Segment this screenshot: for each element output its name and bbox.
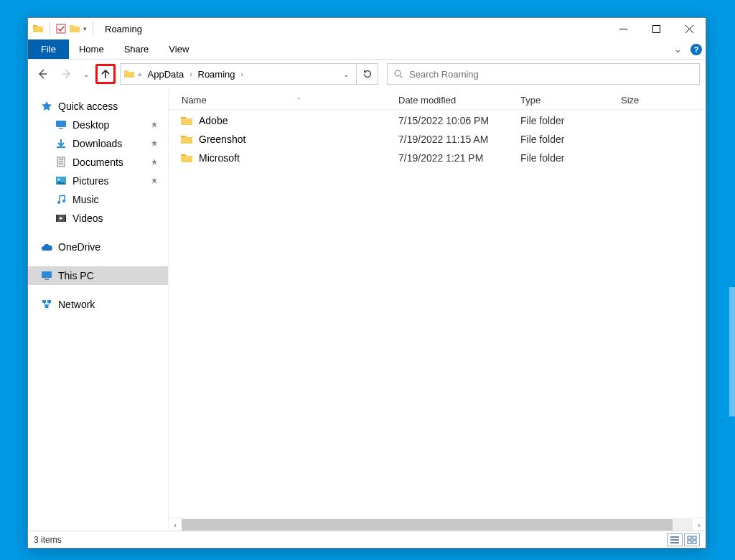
- minimize-button[interactable]: [607, 18, 640, 39]
- videos-icon: [55, 213, 67, 224]
- col-date[interactable]: Date modified: [398, 95, 520, 106]
- nav-network[interactable]: Network: [28, 295, 168, 314]
- file-type: File folder: [520, 134, 621, 145]
- svg-rect-4: [59, 128, 63, 129]
- cloud-icon: [41, 241, 52, 253]
- nav-quick-downloads[interactable]: Downloads: [28, 134, 168, 153]
- col-size[interactable]: Size: [621, 95, 706, 106]
- help-button[interactable]: ?: [687, 39, 706, 59]
- navigation-bar: ⌄ « AppData › Roaming › ⌄ Search Roaming: [28, 60, 706, 88]
- crumb-overflow-icon[interactable]: «: [136, 70, 144, 78]
- tab-view[interactable]: View: [159, 39, 199, 59]
- refresh-button[interactable]: [357, 63, 378, 85]
- tab-file[interactable]: File: [28, 39, 69, 59]
- svg-rect-13: [42, 271, 52, 278]
- file-list[interactable]: Adobe7/15/2022 10:06 PMFile folderGreens…: [169, 110, 706, 518]
- nav-quick-desktop[interactable]: Desktop: [28, 116, 168, 134]
- nav-quick-documents[interactable]: Documents: [28, 153, 168, 172]
- file-date: 7/15/2022 10:06 PM: [398, 115, 520, 126]
- svg-rect-3: [56, 121, 66, 127]
- nav-label: Desktop: [72, 119, 109, 131]
- col-type[interactable]: Type: [520, 95, 621, 106]
- breadcrumb-roaming[interactable]: Roaming: [195, 69, 238, 80]
- table-row[interactable]: Adobe7/15/2022 10:06 PMFile folder: [169, 111, 706, 130]
- ribbon-collapse-icon[interactable]: ⌄: [668, 39, 687, 59]
- music-icon: [55, 194, 67, 205]
- breadcrumb-appdata[interactable]: AppData: [145, 69, 187, 80]
- close-button[interactable]: [673, 18, 706, 39]
- window-title: Roaming: [105, 24, 142, 34]
- nav-quick-videos[interactable]: Videos: [28, 209, 168, 228]
- chevron-right-icon[interactable]: ›: [188, 70, 193, 78]
- new-folder-icon[interactable]: [69, 23, 80, 34]
- nav-onedrive[interactable]: OneDrive: [28, 238, 168, 256]
- maximize-button[interactable]: [640, 18, 673, 39]
- explorer-window: ▾ Roaming File Home Share View ⌄ ? ⌄ « A…: [27, 17, 706, 549]
- search-input[interactable]: Search Roaming: [387, 63, 700, 85]
- help-icon: ?: [690, 44, 702, 55]
- col-name[interactable]: Name˄: [169, 95, 398, 106]
- folder-icon: [180, 151, 193, 164]
- status-text: 3 items: [34, 535, 62, 545]
- nav-this-pc[interactable]: This PC: [28, 266, 168, 285]
- star-icon: [41, 101, 52, 112]
- nav-label: Videos: [72, 213, 103, 224]
- svg-point-8: [57, 201, 60, 204]
- documents-icon: [55, 157, 67, 168]
- pictures-icon: [55, 175, 67, 187]
- desktop-icon: [55, 119, 67, 131]
- svg-rect-21: [693, 541, 696, 543]
- folder-icon: [180, 114, 193, 127]
- file-type: File folder: [520, 115, 621, 126]
- horizontal-scrollbar[interactable]: ‹ ›: [169, 518, 706, 531]
- pin-icon: [151, 138, 158, 149]
- downloads-icon: [55, 138, 67, 149]
- scroll-thumb[interactable]: [182, 519, 673, 531]
- content-area: Name˄ Date modified Type Size Adobe7/15/…: [169, 88, 706, 531]
- recent-locations-icon[interactable]: ⌄: [81, 70, 91, 78]
- folder-icon: [180, 133, 193, 146]
- svg-rect-0: [57, 24, 65, 33]
- up-button[interactable]: [95, 64, 116, 84]
- nav-quick-access[interactable]: Quick access: [28, 97, 168, 116]
- nav-label: Documents: [72, 157, 123, 168]
- details-view-button[interactable]: [667, 533, 683, 546]
- nav-label: OneDrive: [58, 241, 100, 253]
- network-icon: [41, 299, 52, 310]
- qat-dropdown-icon[interactable]: ▾: [83, 25, 87, 32]
- address-bar[interactable]: « AppData › Roaming › ⌄: [120, 63, 357, 85]
- tab-share[interactable]: Share: [114, 39, 159, 59]
- crumb-label: AppData: [148, 69, 184, 80]
- nav-label: Downloads: [72, 138, 122, 149]
- svg-rect-12: [65, 215, 66, 222]
- address-dropdown-icon[interactable]: ⌄: [339, 70, 353, 78]
- nav-label: Network: [58, 299, 95, 310]
- sort-indicator-icon: ˄: [297, 97, 301, 104]
- chevron-right-icon[interactable]: ›: [240, 70, 245, 78]
- crumb-label: Roaming: [198, 69, 235, 80]
- table-row[interactable]: Greenshot7/19/2022 11:15 AMFile folder: [169, 130, 706, 149]
- desktop-peek-edge: [729, 287, 735, 416]
- forward-button[interactable]: [57, 64, 77, 84]
- nav-quick-music[interactable]: Music: [28, 190, 168, 209]
- svg-rect-1: [652, 25, 660, 32]
- scroll-left-icon[interactable]: ‹: [169, 521, 182, 529]
- svg-point-7: [58, 179, 60, 181]
- tab-home[interactable]: Home: [69, 39, 114, 59]
- search-placeholder: Search Roaming: [409, 69, 479, 80]
- nav-quick-pictures[interactable]: Pictures: [28, 172, 168, 190]
- pin-icon: [151, 119, 158, 131]
- properties-icon[interactable]: [56, 24, 66, 34]
- svg-point-9: [62, 200, 65, 202]
- large-icons-view-button[interactable]: [684, 533, 700, 546]
- scroll-right-icon[interactable]: ›: [693, 521, 706, 529]
- file-name: Greenshot: [199, 134, 245, 145]
- nav-label: This PC: [58, 270, 94, 281]
- table-row[interactable]: Microsoft7/19/2022 1:21 PMFile folder: [169, 149, 706, 167]
- scroll-track[interactable]: [182, 519, 693, 531]
- back-button[interactable]: [32, 64, 52, 84]
- svg-rect-14: [45, 279, 49, 280]
- details-view-icon: [670, 536, 680, 544]
- large-icons-view-icon: [687, 536, 697, 544]
- ribbon-tabs: File Home Share View ⌄ ?: [28, 39, 706, 60]
